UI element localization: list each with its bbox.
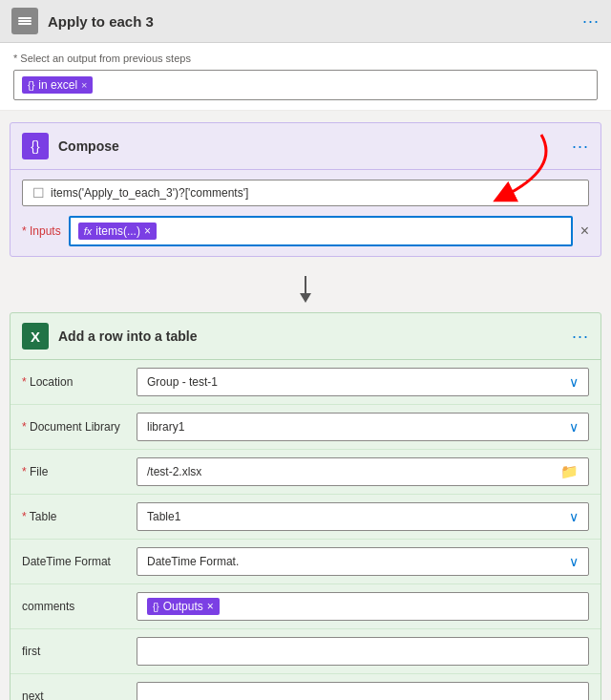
expression-bar: ☐ items('Apply_to_each_3')?['comments'] [22,180,589,206]
comments-field-row: comments {} Outputs × [11,584,600,629]
tag-close-button[interactable]: × [81,79,87,91]
file-value: /test-2.xlsx [147,465,201,478]
next-label: next [22,689,127,700]
table-value: Table1 [147,510,180,523]
location-label: * Location [22,375,127,389]
row-block-more-button[interactable]: ··· [572,327,589,347]
apply-to-each-header: Apply to each 3 ··· [0,0,611,43]
document-library-label: * Document Library [22,420,127,434]
first-input[interactable] [137,637,589,666]
location-dropdown[interactable]: Group - test-1 ∨ [137,368,589,396]
comments-label: comments [22,600,127,613]
expression-text: items('Apply_to_each_3')?['comments'] [51,186,248,200]
first-label: first [22,645,127,658]
next-input[interactable] [137,682,589,700]
location-value: Group - test-1 [147,375,218,389]
expression-icon: ☐ [32,185,45,201]
datetime-format-value: DateTime Format. [147,555,239,568]
add-row-block: X Add a row into a table ··· * Location … [10,312,601,700]
select-output-tag-container[interactable]: {} in excel × [13,70,598,100]
in-excel-tag[interactable]: {} in excel × [22,76,93,94]
next-field-row: next [11,674,600,700]
file-folder-icon[interactable]: 📁 [560,463,579,480]
down-arrow-svg [296,276,315,305]
outputs-tag[interactable]: {} Outputs × [147,598,220,615]
svg-marker-4 [300,293,311,303]
file-label: * File [22,465,127,478]
datetime-format-dropdown[interactable]: DateTime Format. ∨ [137,547,589,576]
table-dropdown[interactable]: Table1 ∨ [137,502,589,531]
svg-rect-2 [18,23,32,25]
outputs-icon: {} [153,602,159,612]
datetime-format-label: DateTime Format [22,555,127,568]
inputs-row: * Inputs fx items(...) × × [22,216,589,246]
document-library-dropdown[interactable]: library1 ∨ [137,413,589,441]
compose-close-button[interactable]: × [580,223,589,240]
select-output-section: * Select an output from previous steps {… [0,43,611,111]
compose-icon: {} [22,133,49,159]
compose-header: {} Compose ··· [11,123,600,170]
compose-title: Compose [58,138,562,154]
table-chevron-icon: ∨ [569,509,579,524]
row-block-title: Add a row into a table [58,329,562,344]
compose-block: {} Compose ··· ☐ items('Apply_to_each_3'… [10,122,601,257]
row-block-header: X Add a row into a table ··· [11,313,600,360]
fx-icon: fx [84,225,93,237]
location-chevron-icon: ∨ [569,374,579,390]
select-output-label: * Select an output from previous steps [13,53,598,64]
file-input[interactable]: /test-2.xlsx 📁 [137,457,589,486]
compose-more-button[interactable]: ··· [572,137,589,157]
items-tag[interactable]: fx items(...) × [78,223,157,240]
outputs-tag-close[interactable]: × [207,600,214,613]
inputs-tag-container[interactable]: fx items(...) × [69,216,573,246]
datetime-format-field-row: DateTime Format DateTime Format. ∨ [11,540,600,584]
items-tag-close[interactable]: × [144,224,151,238]
header-more-button[interactable]: ··· [582,11,600,32]
items-tag-label: items(...) [95,224,140,238]
header-icon [11,8,38,34]
comments-input[interactable]: {} Outputs × [137,592,589,621]
excel-icon: X [22,323,49,350]
form-body: * Location Group - test-1 ∨ * Document L… [11,360,600,700]
excel-letter: X [31,329,40,345]
document-library-field-row: * Document Library library1 ∨ [11,405,600,450]
tag-label: in excel [38,78,77,92]
tag-curly-icon: {} [28,79,34,91]
document-library-chevron-icon: ∨ [569,419,579,435]
page-title: Apply to each 3 [48,13,573,30]
datetime-format-chevron-icon: ∨ [569,554,579,569]
location-field-row: * Location Group - test-1 ∨ [11,360,600,405]
connector-arrow [0,268,611,312]
inputs-label: * Inputs [22,224,61,238]
svg-rect-1 [18,20,32,22]
compose-curly-icon: {} [31,138,39,154]
table-field-row: * Table Table1 ∨ [11,495,600,540]
outputs-label: Outputs [163,600,203,613]
first-field-row: first [11,629,600,674]
file-field-row: * File /test-2.xlsx 📁 [11,450,600,495]
table-label: * Table [22,510,127,523]
compose-body: ☐ items('Apply_to_each_3')?['comments'] … [11,170,600,256]
document-library-value: library1 [147,420,184,434]
svg-rect-0 [18,17,32,19]
